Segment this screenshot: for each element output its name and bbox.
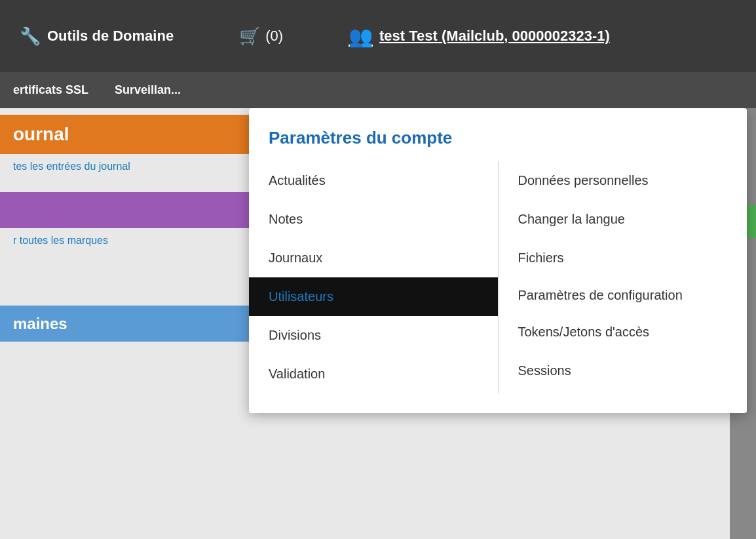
tool-label: Outils de Domaine xyxy=(47,28,174,45)
dropdown-left-item-0[interactable]: Actualités xyxy=(269,161,478,200)
dropdown-right-item-5[interactable]: Sessions xyxy=(518,351,728,390)
navbar: ertificats SSL Surveillan... xyxy=(0,72,756,108)
cart-button[interactable]: (0) xyxy=(239,26,283,47)
domaines-title: maines xyxy=(13,315,67,333)
dropdown-left-col: ActualitésNotesJournauxUtilisateursDivis… xyxy=(249,161,499,393)
nav-item-ssl[interactable]: ertificats SSL xyxy=(13,83,88,97)
user-menu[interactable]: test Test (Mailclub, 0000002323-1) xyxy=(349,25,610,48)
dropdown-left-item-4[interactable]: Divisions xyxy=(269,316,478,355)
dropdown-right-col: Données personnellesChanger la langueFic… xyxy=(499,161,747,393)
journal-title: ournal xyxy=(13,124,69,145)
dropdown-left-item-5[interactable]: Validation xyxy=(269,355,478,393)
dropdown-left-item-1[interactable]: Notes xyxy=(269,200,478,239)
account-settings-dropdown: Paramètres du compte ActualitésNotesJour… xyxy=(249,108,747,413)
nav-item-surveillance[interactable]: Surveillan... xyxy=(115,83,181,97)
wrench-icon xyxy=(20,26,41,47)
dropdown-columns: ActualitésNotesJournauxUtilisateursDivis… xyxy=(249,161,747,393)
dropdown-right-item-4[interactable]: Tokens/Jetons d'accès xyxy=(518,313,728,351)
dropdown-title: Paramètres du compte xyxy=(249,128,747,161)
dropdown-left-item-2[interactable]: Journaux xyxy=(269,239,478,277)
content-area: ournal tes les entrées du journal Marque… xyxy=(0,108,756,539)
dropdown-right-item-2[interactable]: Fichiers xyxy=(518,239,728,277)
dropdown-right-item-3[interactable]: Paramètres de configuration xyxy=(518,277,728,313)
user-label: test Test (Mailclub, 0000002323-1) xyxy=(379,28,610,45)
dropdown-left-item-3[interactable]: Utilisateurs xyxy=(249,277,498,316)
header: Outils de Domaine (0) test Test (Mailclu… xyxy=(0,0,756,72)
cart-icon xyxy=(239,26,260,47)
cart-label: (0) xyxy=(265,28,283,45)
dropdown-right-item-0[interactable]: Données personnelles xyxy=(518,161,728,200)
dropdown-right-item-1[interactable]: Changer la langue xyxy=(518,200,728,239)
users-icon xyxy=(349,25,373,48)
tool-menu[interactable]: Outils de Domaine xyxy=(20,26,174,47)
